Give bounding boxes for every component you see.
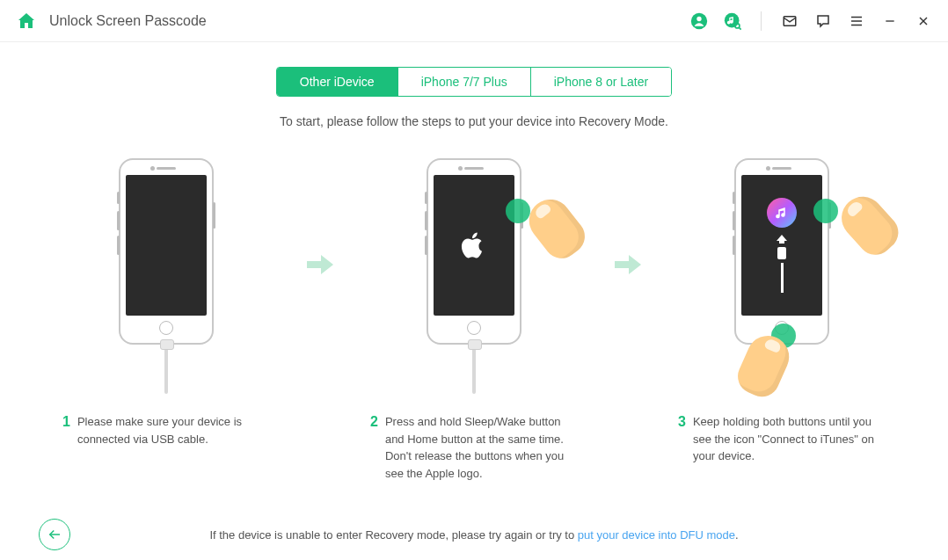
close-icon[interactable] (915, 12, 932, 30)
phone-illustration (427, 158, 521, 345)
instruction-subtitle: To start, please follow the steps to put… (0, 114, 948, 128)
titlebar: Unlock Screen Passcode (0, 0, 948, 42)
step-2: 2 Press and hold Sleep/Wake button and H… (342, 158, 606, 482)
svg-point-3 (735, 23, 740, 27)
step-text: Press and hold Sleep/Wake button and Hom… (385, 413, 578, 482)
back-button[interactable] (39, 519, 70, 550)
step-3: 3 Keep holding both buttons until you se… (650, 158, 914, 465)
usb-cable-icon (472, 346, 476, 394)
divider (761, 11, 762, 31)
menu-icon[interactable] (848, 12, 865, 30)
music-search-icon[interactable] (724, 12, 741, 30)
home-icon[interactable] (16, 11, 37, 32)
arrow-right-icon (298, 255, 342, 274)
feedback-icon[interactable] (814, 12, 832, 30)
tab-iphone-7[interactable]: iPhone 7/7 Plus (397, 68, 530, 96)
footer-prefix: If the device is unable to enter Recover… (209, 528, 577, 542)
step-number: 1 (62, 413, 70, 447)
press-indicator-icon (506, 199, 530, 223)
page-title: Unlock Screen Passcode (49, 13, 207, 29)
phone-illustration (734, 158, 829, 345)
phone-illustration (119, 158, 214, 345)
connect-arrow-icon (777, 235, 787, 293)
svg-rect-12 (307, 261, 321, 268)
mail-icon[interactable] (781, 12, 799, 30)
finger-icon (833, 188, 906, 262)
apple-logo-icon (461, 230, 487, 260)
press-indicator-icon (813, 199, 838, 223)
dfu-mode-link[interactable]: put your device into DFU mode (578, 528, 735, 542)
step-number: 3 (678, 413, 686, 465)
device-tabbar: Other iDevice iPhone 7/7 Plus iPhone 8 o… (276, 67, 672, 97)
step-number: 2 (370, 413, 378, 482)
svg-line-4 (740, 27, 741, 29)
footer-suffix: . (735, 528, 739, 542)
step-text: Please make sure your device is connecte… (77, 413, 270, 447)
tab-iphone-8-later[interactable]: iPhone 8 or Later (530, 68, 671, 96)
footer-text: If the device is unable to enter Recover… (209, 528, 738, 542)
arrow-right-icon (606, 255, 650, 274)
svg-rect-13 (615, 261, 629, 268)
step-1: 1 Please make sure your device is connec… (34, 158, 298, 447)
tab-other-idevice[interactable]: Other iDevice (277, 68, 397, 96)
account-icon[interactable] (690, 12, 708, 30)
usb-cable-icon (164, 346, 168, 394)
main-content: Other iDevice iPhone 7/7 Plus iPhone 8 o… (0, 42, 948, 482)
itunes-icon (767, 198, 797, 228)
steps-row: 1 Please make sure your device is connec… (0, 158, 948, 482)
finger-icon (521, 191, 592, 265)
step-text: Keep holding both buttons until you see … (693, 413, 886, 465)
footer: If the device is unable to enter Recover… (0, 509, 948, 560)
titlebar-actions (690, 11, 932, 31)
svg-point-1 (696, 16, 701, 20)
minimize-icon[interactable] (881, 12, 899, 30)
